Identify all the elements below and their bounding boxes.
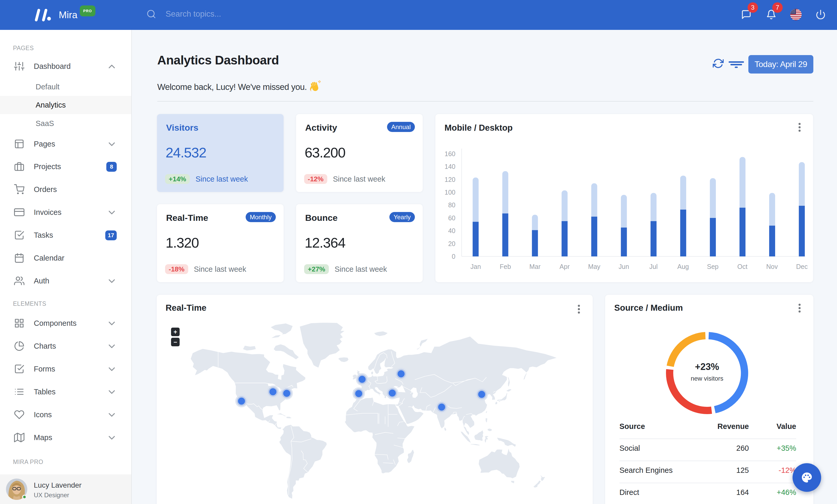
svg-text:Sep: Sep [707,263,718,270]
svg-text:140: 140 [445,163,456,170]
svg-text:Aug: Aug [677,263,689,270]
svg-text:Mar: Mar [529,263,540,270]
svg-text:0: 0 [452,253,456,260]
svg-text:Dec: Dec [796,263,808,270]
svg-text:Oct: Oct [737,263,748,270]
svg-text:Apr: Apr [560,263,570,270]
svg-text:May: May [588,263,601,270]
svg-text:100: 100 [445,189,456,196]
svg-text:120: 120 [445,176,456,183]
svg-text:Feb: Feb [500,263,511,270]
svg-text:Jan: Jan [470,263,481,270]
svg-text:40: 40 [448,227,456,234]
svg-text:160: 160 [445,150,456,157]
svg-text:Nov: Nov [766,263,778,270]
svg-text:80: 80 [448,201,456,209]
svg-text:Jun: Jun [619,263,629,270]
svg-text:60: 60 [448,214,456,222]
svg-text:Jul: Jul [649,263,658,270]
svg-text:20: 20 [448,240,456,247]
